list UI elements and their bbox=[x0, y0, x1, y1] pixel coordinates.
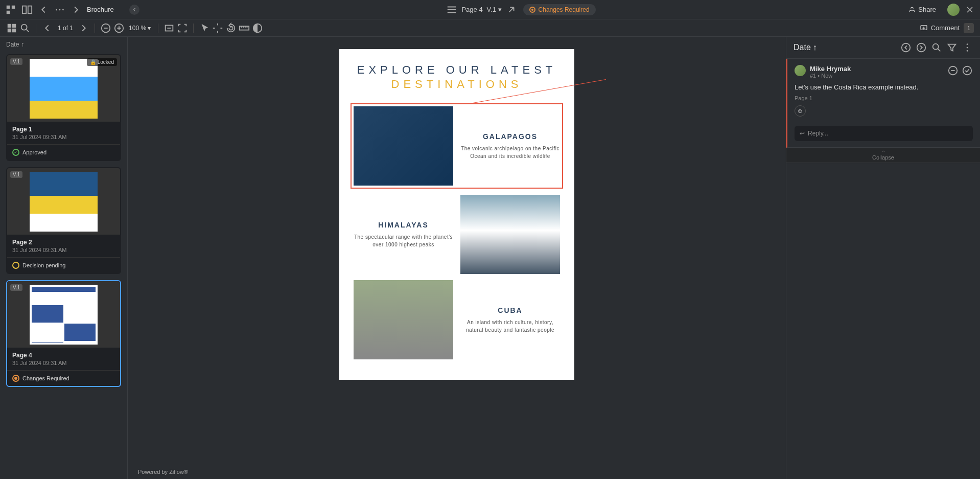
version-badge: V.1 bbox=[10, 58, 22, 65]
prev-comment-icon[interactable] bbox=[900, 42, 912, 53]
collapse-button[interactable]: Collapse bbox=[786, 148, 980, 163]
comments-sort-button[interactable]: Date ↑ bbox=[794, 43, 817, 52]
destination-desc: An island with rich culture, history, na… bbox=[460, 318, 560, 334]
thumbnail-image: V.1 bbox=[7, 281, 120, 348]
thumbnail-status: Decision pending bbox=[7, 257, 120, 273]
sort-button[interactable]: Date ↑ bbox=[6, 41, 24, 48]
thumbnail-page-1[interactable]: V.1 🔒 Locked Page 1 31 Jul 2024 09:31 AM… bbox=[6, 54, 121, 161]
prev-page-icon[interactable] bbox=[41, 22, 53, 34]
resolve-comment-icon[interactable] bbox=[962, 65, 973, 76]
destination-name: HIMALAYAS bbox=[354, 221, 453, 229]
doc-title: Brochure bbox=[87, 6, 114, 13]
locked-badge: 🔒 Locked bbox=[87, 58, 117, 66]
thumbnail-meta: Page 4 31 Jul 2024 09:31 AM bbox=[7, 348, 120, 370]
thumbnail-title: Page 4 bbox=[12, 352, 115, 359]
sidebar-header: Date ↑ bbox=[0, 37, 127, 52]
next-comment-icon[interactable] bbox=[916, 42, 927, 53]
svg-point-5 bbox=[56, 9, 57, 10]
version-label[interactable]: V.1 ▾ bbox=[487, 6, 502, 13]
thumbnail-image: V.1 🔒 Locked bbox=[7, 55, 120, 122]
thumbnail-meta: Page 2 31 Jul 2024 09:31 AM bbox=[7, 235, 120, 257]
comment-actions bbox=[947, 65, 973, 76]
svg-rect-0 bbox=[7, 5, 10, 8]
thumbnails-list: V.1 🔒 Locked Page 1 31 Jul 2024 09:31 AM… bbox=[0, 52, 127, 479]
external-icon[interactable] bbox=[506, 4, 517, 15]
destination-image bbox=[354, 280, 453, 359]
comment-meta: #1 • Now bbox=[810, 73, 851, 79]
filter-icon[interactable] bbox=[946, 42, 958, 53]
fit-width-icon[interactable] bbox=[164, 22, 175, 34]
toolbar: 1 of 1 100 % ▾ Comment 1 bbox=[0, 19, 980, 37]
pointer-icon[interactable] bbox=[199, 22, 210, 34]
comment-head: Mike Hrymak #1 • Now bbox=[795, 65, 973, 79]
emoji-react-button[interactable]: ☺ bbox=[795, 105, 806, 117]
separator bbox=[36, 24, 36, 33]
svg-rect-3 bbox=[22, 6, 26, 13]
thumbnail-page-4[interactable]: V.1 Page 4 31 Jul 2024 09:31 AM Changes … bbox=[6, 280, 121, 387]
destination-row: CUBA An island with rich culture, histor… bbox=[354, 280, 560, 359]
reply-input[interactable]: ↩ Reply... bbox=[795, 126, 973, 141]
thumbnail-status: Approved bbox=[7, 144, 120, 160]
link-comment-icon[interactable] bbox=[947, 65, 959, 76]
comments-header: Date ↑ bbox=[786, 37, 980, 59]
nav-prev-icon[interactable] bbox=[38, 4, 49, 15]
comment-avatar bbox=[795, 65, 806, 76]
header-center: Page 4 V.1 ▾ Changes Required bbox=[139, 4, 903, 15]
svg-point-12 bbox=[21, 24, 27, 30]
thumbnail-date: 31 Jul 2024 09:31 AM bbox=[12, 247, 115, 253]
compare-icon[interactable] bbox=[21, 4, 33, 15]
next-page-icon[interactable] bbox=[78, 22, 89, 34]
share-button[interactable]: Share bbox=[902, 3, 942, 16]
comment-text: Let's use the Costa Rica example instead… bbox=[795, 83, 973, 92]
header-right: Share bbox=[902, 3, 975, 16]
thumbnail-date: 31 Jul 2024 09:31 AM bbox=[12, 134, 115, 140]
destination-text: CUBA An island with rich culture, histor… bbox=[460, 306, 560, 334]
more-options-icon[interactable] bbox=[962, 42, 973, 53]
page-title-2: DESTINATIONS bbox=[354, 78, 560, 91]
separator bbox=[158, 24, 158, 33]
status-dot-icon bbox=[529, 7, 535, 13]
comment-item[interactable]: Mike Hrymak #1 • Now Let's use the Costa… bbox=[786, 59, 980, 148]
destination-row: GALAPAGOS The volcanic archipelago on th… bbox=[351, 103, 563, 189]
thumbnail-title: Page 2 bbox=[12, 239, 115, 246]
user-avatar[interactable] bbox=[947, 4, 960, 16]
destination-name: GALAPAGOS bbox=[460, 132, 560, 141]
svg-point-23 bbox=[967, 47, 968, 49]
comment-count[interactable]: 1 bbox=[964, 23, 974, 33]
zoom-out-icon[interactable] bbox=[100, 22, 111, 34]
svg-point-24 bbox=[967, 50, 968, 52]
rotate-icon[interactable] bbox=[225, 22, 237, 34]
comments-panel: Date ↑ Mike Hrymak #1 • Now bbox=[786, 37, 980, 479]
fit-page-icon[interactable] bbox=[177, 22, 188, 34]
close-icon[interactable] bbox=[965, 5, 975, 15]
menu-icon[interactable] bbox=[446, 4, 457, 15]
svg-rect-9 bbox=[12, 24, 16, 27]
header-left: Brochure bbox=[5, 4, 139, 15]
destination-image bbox=[460, 195, 560, 274]
zoom-level[interactable]: 100 % ▾ bbox=[127, 25, 153, 32]
ruler-icon[interactable] bbox=[239, 22, 250, 34]
search-comments-icon[interactable] bbox=[931, 42, 942, 53]
separator bbox=[95, 24, 95, 33]
status-text: Changes Required bbox=[539, 6, 590, 13]
search-icon[interactable] bbox=[19, 22, 31, 34]
sidebar-toggle-icon[interactable] bbox=[129, 5, 139, 15]
main: Date ↑ V.1 🔒 Locked Page 1 31 Jul 2024 0… bbox=[0, 37, 980, 479]
logo-icon[interactable] bbox=[5, 4, 16, 15]
canvas[interactable]: EXPLORE OUR LATEST DESTINATIONS GALAPAGO… bbox=[128, 37, 786, 479]
comment-button[interactable]: Comment bbox=[920, 24, 960, 32]
more-icon[interactable] bbox=[54, 4, 65, 15]
zoom-in-icon[interactable] bbox=[113, 22, 125, 34]
nav-next-icon[interactable] bbox=[71, 4, 82, 15]
separator bbox=[193, 24, 194, 33]
powered-by: Powered by Ziflow® bbox=[138, 469, 188, 475]
page-counter: 1 of 1 bbox=[55, 25, 76, 32]
thumbnail-title: Page 1 bbox=[12, 126, 115, 133]
contrast-icon[interactable] bbox=[252, 22, 263, 34]
pan-icon[interactable] bbox=[212, 22, 223, 34]
destination-desc: The spectacular range with the planet's … bbox=[354, 233, 453, 248]
thumbnail-page-2[interactable]: V.1 Page 2 31 Jul 2024 09:31 AM Decision… bbox=[6, 167, 121, 274]
grid-view-icon[interactable] bbox=[6, 22, 17, 34]
destination-text: GALAPAGOS The volcanic archipelago on th… bbox=[460, 132, 560, 160]
status-pill[interactable]: Changes Required bbox=[523, 4, 596, 15]
